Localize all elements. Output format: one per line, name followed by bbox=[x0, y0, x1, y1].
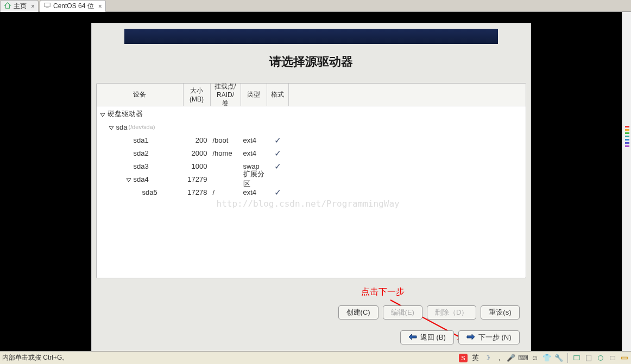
ime-sogou-icon[interactable]: S bbox=[459, 354, 468, 362]
smile-icon[interactable]: ☺ bbox=[531, 354, 539, 362]
partition-name: sda1 bbox=[134, 136, 149, 144]
tab-label: 主页 bbox=[14, 2, 27, 11]
table-row[interactable]: sda1200/bootext4✓ bbox=[97, 133, 526, 146]
comma-icon[interactable]: ， bbox=[495, 354, 503, 362]
table-row[interactable]: sda22000/homeext4✓ bbox=[97, 146, 526, 159]
table-row[interactable]: sda517278/ext4✓ bbox=[97, 186, 526, 199]
partition-actions: 创建(C) 编辑(E) 删除（D） 重设(s) bbox=[338, 305, 520, 320]
nav-actions: 返回 (B) 下一步 (N) bbox=[400, 330, 520, 344]
expand-icon[interactable] bbox=[100, 111, 105, 117]
svg-rect-6 bbox=[610, 356, 615, 360]
installer-window: 请选择源驱动器 设备 大小 (MB) 挂载点/ RAID/卷 类型 格式 硬盘驱… bbox=[91, 23, 531, 353]
col-type[interactable]: 类型 bbox=[241, 84, 267, 106]
tab-home[interactable]: 主页 × bbox=[0, 0, 39, 12]
svg-rect-0 bbox=[45, 3, 51, 7]
arrow-right-icon bbox=[466, 334, 475, 342]
keyboard-icon[interactable]: ⌨ bbox=[519, 354, 527, 362]
table-row[interactable]: sda417279扩展分区 bbox=[97, 173, 526, 186]
statusbar: 内部单击或按 Ctrl+G。 S 英 ☽ ， 🎤 ⌨ ☺ 👕 🔧 bbox=[0, 351, 631, 364]
tree-row-root[interactable]: 硬盘驱动器 bbox=[97, 107, 526, 120]
delete-button: 删除（D） bbox=[427, 305, 476, 320]
tray-divider bbox=[567, 353, 568, 363]
tabs-bar: 主页 × CentOS 64 位 × bbox=[0, 0, 631, 12]
installer-banner bbox=[124, 29, 498, 44]
scroll-marks bbox=[625, 126, 629, 149]
vm-tray-icon-4[interactable] bbox=[608, 354, 617, 362]
edit-button: 编辑(E) bbox=[383, 305, 422, 320]
partition-type: 扩展分区 bbox=[241, 169, 267, 189]
col-device[interactable]: 设备 bbox=[97, 84, 184, 106]
wrench-icon[interactable]: 🔧 bbox=[554, 354, 563, 362]
table-body: 硬盘驱动器 sda (/dev/sda) sda1200/bootext4✓sd… bbox=[97, 106, 526, 199]
vm-display: 请选择源驱动器 设备 大小 (MB) 挂载点/ RAID/卷 类型 格式 硬盘驱… bbox=[0, 12, 622, 351]
partition-type: ext4 bbox=[241, 136, 267, 144]
status-text: 内部单击或按 Ctrl+G。 bbox=[2, 353, 68, 362]
vm-icon bbox=[43, 2, 51, 11]
partition-type: ext4 bbox=[241, 188, 267, 196]
svg-rect-1 bbox=[46, 8, 48, 8]
annotation-text: 点击下一步 bbox=[361, 286, 405, 298]
reset-button[interactable]: 重设(s) bbox=[481, 305, 519, 320]
device-path: (/dev/sda) bbox=[128, 124, 155, 130]
back-button[interactable]: 返回 (B) bbox=[400, 330, 454, 344]
partition-name: sda5 bbox=[142, 188, 157, 196]
close-icon[interactable]: × bbox=[31, 3, 35, 10]
partition-type: ext4 bbox=[241, 149, 267, 157]
partition-size: 17279 bbox=[184, 175, 211, 183]
expand-icon[interactable] bbox=[109, 124, 114, 130]
tree-row-disk[interactable]: sda (/dev/sda) bbox=[97, 120, 526, 133]
col-mount[interactable]: 挂载点/ RAID/卷 bbox=[211, 84, 241, 106]
partition-size: 1000 bbox=[184, 162, 211, 170]
vm-tray-icon-2[interactable] bbox=[584, 354, 593, 362]
mic-icon[interactable]: 🎤 bbox=[507, 354, 515, 362]
next-button[interactable]: 下一步 (N) bbox=[458, 330, 520, 344]
table-header: 设备 大小 (MB) 挂载点/ RAID/卷 类型 格式 bbox=[97, 84, 526, 106]
page-title: 请选择源驱动器 bbox=[92, 54, 531, 70]
partition-format: ✓ bbox=[267, 187, 289, 197]
partition-format: ✓ bbox=[267, 148, 289, 158]
vm-tray-icon-1[interactable] bbox=[572, 354, 581, 362]
button-label: 下一步 (N) bbox=[478, 333, 512, 342]
expand-icon[interactable] bbox=[126, 176, 131, 182]
partition-format: ✓ bbox=[267, 135, 289, 145]
ime-lang-icon[interactable]: 英 bbox=[471, 354, 479, 362]
svg-point-5 bbox=[598, 355, 603, 360]
partition-mount: /home bbox=[211, 149, 241, 157]
partition-size: 2000 bbox=[184, 149, 211, 157]
tree-label: 硬盘驱动器 bbox=[108, 109, 143, 119]
scrollbar[interactable] bbox=[622, 12, 631, 351]
partition-name: sda2 bbox=[134, 149, 149, 157]
partition-mount: /boot bbox=[211, 136, 241, 144]
close-icon[interactable]: × bbox=[98, 3, 102, 10]
arrow-left-icon bbox=[408, 334, 417, 342]
svg-rect-7 bbox=[622, 357, 628, 359]
vm-tray-icon-3[interactable] bbox=[596, 354, 605, 362]
tab-label: CentOS 64 位 bbox=[53, 2, 94, 11]
home-icon bbox=[4, 2, 11, 11]
tree-label: sda bbox=[116, 123, 128, 131]
partition-name: sda3 bbox=[134, 162, 149, 170]
table-row[interactable]: sda31000swap✓ bbox=[97, 159, 526, 173]
col-format[interactable]: 格式 bbox=[267, 84, 289, 106]
partition-table: 设备 大小 (MB) 挂载点/ RAID/卷 类型 格式 硬盘驱动器 bbox=[96, 83, 526, 278]
moon-icon[interactable]: ☽ bbox=[483, 354, 491, 362]
create-button[interactable]: 创建(C) bbox=[338, 305, 378, 320]
partition-size: 200 bbox=[184, 136, 211, 144]
partition-size: 17278 bbox=[184, 188, 211, 196]
col-size[interactable]: 大小 (MB) bbox=[184, 84, 211, 106]
button-label: 返回 (B) bbox=[420, 333, 446, 342]
svg-rect-4 bbox=[586, 355, 591, 361]
svg-rect-3 bbox=[574, 355, 580, 360]
partition-mount: / bbox=[211, 188, 241, 196]
tab-centos[interactable]: CentOS 64 位 × bbox=[40, 0, 106, 12]
vm-tray-icon-5[interactable] bbox=[620, 354, 629, 362]
skin-icon[interactable]: 👕 bbox=[542, 354, 551, 362]
partition-name: sda4 bbox=[134, 175, 149, 183]
partition-format: ✓ bbox=[267, 161, 289, 171]
system-tray: S 英 ☽ ， 🎤 ⌨ ☺ 👕 🔧 bbox=[459, 353, 629, 363]
